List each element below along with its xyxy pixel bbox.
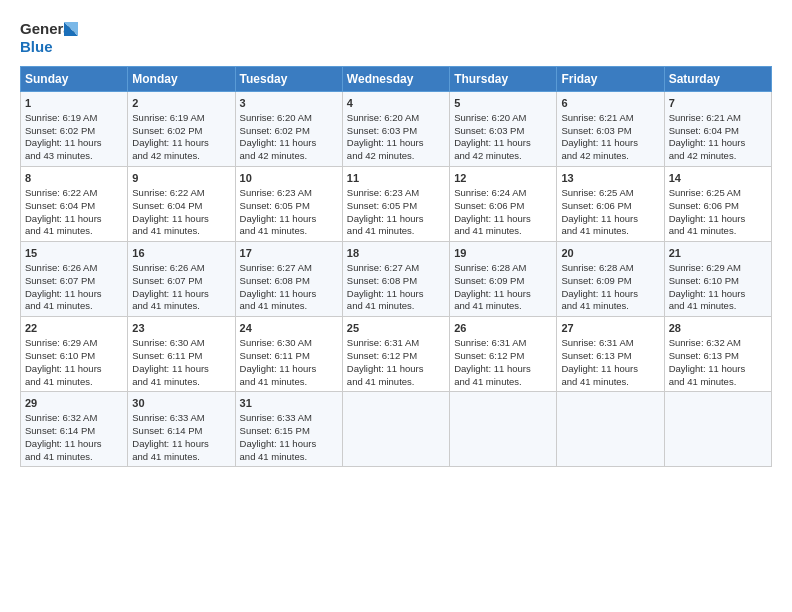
day-info: Daylight: 11 hours [132, 288, 230, 301]
header-row: SundayMondayTuesdayWednesdayThursdayFrid… [21, 67, 772, 92]
day-cell [450, 392, 557, 467]
day-info: Sunset: 6:06 PM [561, 200, 659, 213]
day-cell: 19Sunrise: 6:28 AMSunset: 6:09 PMDayligh… [450, 242, 557, 317]
day-info: Daylight: 11 hours [454, 213, 552, 226]
day-info: and 41 minutes. [561, 300, 659, 313]
day-info: Sunset: 6:03 PM [561, 125, 659, 138]
day-number: 14 [669, 171, 767, 186]
day-info: and 41 minutes. [454, 376, 552, 389]
day-info: Sunset: 6:14 PM [132, 425, 230, 438]
day-info: Sunset: 6:06 PM [669, 200, 767, 213]
header: GeneralBlue [20, 18, 772, 56]
day-info: Sunset: 6:07 PM [25, 275, 123, 288]
day-info: and 41 minutes. [132, 300, 230, 313]
day-number: 16 [132, 246, 230, 261]
day-cell: 23Sunrise: 6:30 AMSunset: 6:11 PMDayligh… [128, 317, 235, 392]
day-info: Sunset: 6:03 PM [454, 125, 552, 138]
day-info: Daylight: 11 hours [25, 137, 123, 150]
day-info: Sunset: 6:14 PM [25, 425, 123, 438]
col-header-wednesday: Wednesday [342, 67, 449, 92]
day-number: 29 [25, 396, 123, 411]
day-info: and 42 minutes. [561, 150, 659, 163]
day-cell [342, 392, 449, 467]
day-info: Daylight: 11 hours [454, 363, 552, 376]
col-header-monday: Monday [128, 67, 235, 92]
day-number: 11 [347, 171, 445, 186]
day-number: 12 [454, 171, 552, 186]
col-header-saturday: Saturday [664, 67, 771, 92]
day-info: Sunrise: 6:22 AM [132, 187, 230, 200]
day-number: 7 [669, 96, 767, 111]
day-number: 3 [240, 96, 338, 111]
col-header-tuesday: Tuesday [235, 67, 342, 92]
day-info: Sunrise: 6:27 AM [347, 262, 445, 275]
day-info: Sunset: 6:04 PM [132, 200, 230, 213]
day-number: 2 [132, 96, 230, 111]
day-info: and 43 minutes. [25, 150, 123, 163]
day-cell [557, 392, 664, 467]
day-info: and 41 minutes. [561, 376, 659, 389]
day-info: Sunrise: 6:29 AM [669, 262, 767, 275]
day-cell: 1Sunrise: 6:19 AMSunset: 6:02 PMDaylight… [21, 92, 128, 167]
day-info: Sunrise: 6:19 AM [25, 112, 123, 125]
day-info: Sunset: 6:03 PM [347, 125, 445, 138]
day-cell: 22Sunrise: 6:29 AMSunset: 6:10 PMDayligh… [21, 317, 128, 392]
day-number: 27 [561, 321, 659, 336]
day-info: and 41 minutes. [132, 451, 230, 464]
week-row-2: 8Sunrise: 6:22 AMSunset: 6:04 PMDaylight… [21, 167, 772, 242]
day-info: and 41 minutes. [669, 225, 767, 238]
day-info: and 41 minutes. [132, 376, 230, 389]
day-info: Daylight: 11 hours [132, 438, 230, 451]
day-cell: 13Sunrise: 6:25 AMSunset: 6:06 PMDayligh… [557, 167, 664, 242]
day-number: 6 [561, 96, 659, 111]
day-info: Sunset: 6:07 PM [132, 275, 230, 288]
logo: GeneralBlue [20, 18, 80, 56]
day-info: Sunset: 6:10 PM [669, 275, 767, 288]
day-info: Sunrise: 6:21 AM [669, 112, 767, 125]
day-cell: 26Sunrise: 6:31 AMSunset: 6:12 PMDayligh… [450, 317, 557, 392]
day-info: and 41 minutes. [669, 300, 767, 313]
day-info: Sunset: 6:02 PM [240, 125, 338, 138]
day-cell: 12Sunrise: 6:24 AMSunset: 6:06 PMDayligh… [450, 167, 557, 242]
svg-text:Blue: Blue [20, 38, 53, 55]
day-info: and 41 minutes. [347, 376, 445, 389]
day-info: Daylight: 11 hours [454, 137, 552, 150]
day-cell: 25Sunrise: 6:31 AMSunset: 6:12 PMDayligh… [342, 317, 449, 392]
day-info: Sunrise: 6:28 AM [561, 262, 659, 275]
day-number: 5 [454, 96, 552, 111]
day-cell: 31Sunrise: 6:33 AMSunset: 6:15 PMDayligh… [235, 392, 342, 467]
day-number: 23 [132, 321, 230, 336]
day-number: 15 [25, 246, 123, 261]
day-info: Daylight: 11 hours [240, 288, 338, 301]
col-header-thursday: Thursday [450, 67, 557, 92]
day-info: Daylight: 11 hours [669, 137, 767, 150]
day-number: 8 [25, 171, 123, 186]
day-info: Sunset: 6:06 PM [454, 200, 552, 213]
day-info: Daylight: 11 hours [132, 213, 230, 226]
day-number: 10 [240, 171, 338, 186]
day-info: Daylight: 11 hours [561, 363, 659, 376]
day-info: and 42 minutes. [132, 150, 230, 163]
day-info: Sunrise: 6:31 AM [347, 337, 445, 350]
day-info: Sunset: 6:05 PM [240, 200, 338, 213]
day-info: Sunrise: 6:21 AM [561, 112, 659, 125]
day-cell: 10Sunrise: 6:23 AMSunset: 6:05 PMDayligh… [235, 167, 342, 242]
day-info: and 41 minutes. [454, 225, 552, 238]
day-info: and 42 minutes. [454, 150, 552, 163]
day-info: Sunrise: 6:31 AM [561, 337, 659, 350]
day-cell: 30Sunrise: 6:33 AMSunset: 6:14 PMDayligh… [128, 392, 235, 467]
day-info: Sunrise: 6:29 AM [25, 337, 123, 350]
day-info: Daylight: 11 hours [240, 213, 338, 226]
day-info: Sunset: 6:04 PM [669, 125, 767, 138]
day-cell: 29Sunrise: 6:32 AMSunset: 6:14 PMDayligh… [21, 392, 128, 467]
day-cell: 15Sunrise: 6:26 AMSunset: 6:07 PMDayligh… [21, 242, 128, 317]
day-info: Sunset: 6:13 PM [669, 350, 767, 363]
day-info: Sunrise: 6:20 AM [347, 112, 445, 125]
day-info: Sunrise: 6:33 AM [240, 412, 338, 425]
day-info: Daylight: 11 hours [347, 288, 445, 301]
day-info: Daylight: 11 hours [240, 438, 338, 451]
day-cell: 3Sunrise: 6:20 AMSunset: 6:02 PMDaylight… [235, 92, 342, 167]
day-info: Daylight: 11 hours [561, 213, 659, 226]
day-cell: 6Sunrise: 6:21 AMSunset: 6:03 PMDaylight… [557, 92, 664, 167]
day-info: Sunrise: 6:20 AM [454, 112, 552, 125]
